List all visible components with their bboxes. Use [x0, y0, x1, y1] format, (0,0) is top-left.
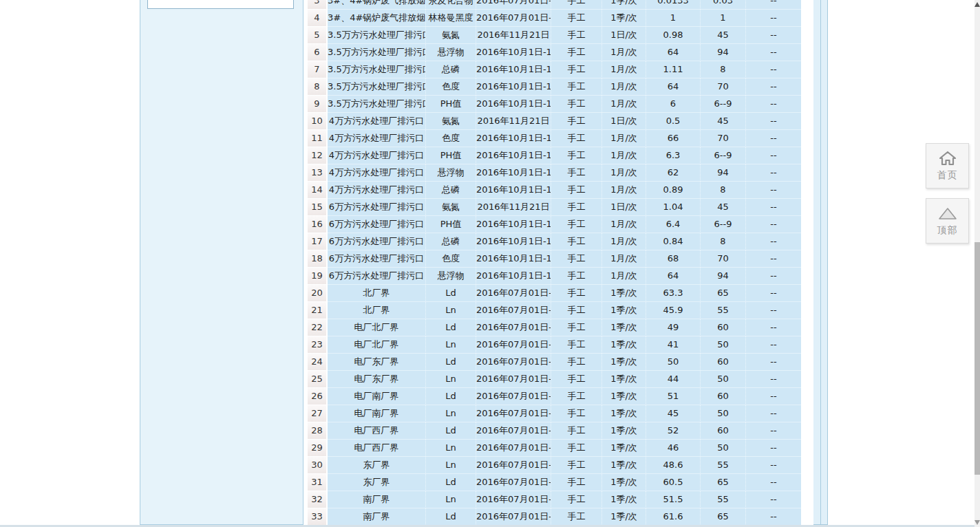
row-number-cell: 23 — [308, 336, 328, 354]
monitor-point-cell: 3.5万方污水处理厂排污口 — [328, 78, 426, 96]
pollutant-cell: Ld — [426, 422, 476, 440]
row-number-cell: 31 — [308, 474, 328, 491]
limit-cell: 0.03 — [701, 0, 746, 10]
remark-cell: -- — [746, 250, 801, 268]
arrow-up-icon — [938, 206, 957, 221]
table-row[interactable]: 33 南厂界 Ld 2016年07月01日-09 手工 1季/次 61.6 65… — [308, 508, 802, 526]
table-row[interactable]: 4 3#、4#锅炉废气排放烟道 林格曼黑度 2016年07月01日-09 手工 … — [308, 10, 802, 27]
scroll-up-arrow-icon[interactable] — [974, 2, 980, 7]
table-row[interactable]: 26 电厂南厂界 Ld 2016年07月01日-09 手工 1季/次 51 60… — [308, 388, 802, 405]
value-cell: 60.5 — [646, 474, 701, 491]
back-to-top-button[interactable]: 顶部 — [926, 198, 969, 244]
method-cell: 手工 — [551, 147, 602, 164]
table-row[interactable]: 30 东厂界 Ln 2016年07月01日-09 手工 1季/次 48.6 55… — [308, 457, 802, 474]
remark-cell: -- — [746, 147, 801, 164]
row-number-cell: 11 — [308, 130, 328, 147]
pollutant-cell: 悬浮物 — [426, 268, 476, 285]
table-row[interactable]: 22 电厂北厂界 Ld 2016年07月01日-09 手工 1季/次 49 60… — [308, 319, 802, 336]
table-row[interactable]: 28 电厂西厂界 Ld 2016年07月01日-09 手工 1季/次 52 60… — [308, 422, 802, 440]
limit-cell: 50 — [701, 405, 746, 422]
table-row[interactable]: 32 南厂界 Ln 2016年07月01日-09 手工 1季/次 51.5 55… — [308, 491, 802, 508]
date-cell: 2016年10月1日-10月 — [476, 250, 551, 268]
pollutant-cell: Ln — [426, 302, 476, 319]
date-cell: 2016年07月01日-09 — [476, 440, 551, 457]
remark-cell: -- — [746, 336, 801, 354]
table-row[interactable]: 5 3.5万方污水处理厂排污口 氨氮 2016年11月21日 手工 1日/次 0… — [308, 27, 802, 44]
vertical-scrollbar[interactable] — [974, 0, 980, 527]
table-row[interactable]: 19 6万方污水处理厂排污口 悬浮物 2016年10月1日-10月 手工 1月/… — [308, 268, 802, 285]
table-row[interactable]: 27 电厂南厂界 Ln 2016年07月01日-09 手工 1季/次 45 50… — [308, 405, 802, 422]
monitor-point-cell: 电厂西厂界 — [328, 440, 426, 457]
table-row[interactable]: 14 4万方污水处理厂排污口 总磷 2016年10月1日-10月 手工 1月/次… — [308, 182, 802, 199]
table-row[interactable]: 3 3#、4#锅炉废气排放烟道 汞及化合物 2016年07月01日-09 手工 … — [308, 0, 802, 10]
table-row[interactable]: 6 3.5万方污水处理厂排污口 悬浮物 2016年10月1日-10月 手工 1月… — [308, 44, 802, 61]
table-row[interactable]: 18 6万方污水处理厂排污口 色度 2016年10月1日-10月 手工 1月/次… — [308, 250, 802, 268]
frequency-cell: 1月/次 — [602, 130, 646, 147]
table-row[interactable]: 21 北厂界 Ln 2016年07月01日-09 手工 1季/次 45.9 55… — [308, 302, 802, 319]
row-number-cell: 22 — [308, 319, 328, 336]
limit-cell: 65 — [701, 474, 746, 491]
remark-cell: -- — [746, 182, 801, 199]
table-row[interactable]: 20 北厂界 Ld 2016年07月01日-09 手工 1季/次 63.3 65… — [308, 285, 802, 302]
date-cell: 2016年07月01日-09 — [476, 302, 551, 319]
table-row[interactable]: 7 3.5万方污水处理厂排污口 总磷 2016年10月1日-10月 手工 1月/… — [308, 61, 802, 78]
value-cell: 62 — [646, 164, 701, 182]
method-cell: 手工 — [551, 27, 602, 44]
frequency-cell: 1月/次 — [602, 233, 646, 250]
table-row[interactable]: 29 电厂西厂界 Ln 2016年07月01日-09 手工 1季/次 46 50… — [308, 440, 802, 457]
remark-cell: -- — [746, 216, 801, 233]
remark-cell: -- — [746, 354, 801, 371]
pollutant-cell: Ln — [426, 405, 476, 422]
frequency-cell: 1月/次 — [602, 268, 646, 285]
limit-cell: 70 — [701, 130, 746, 147]
value-cell: 45.9 — [646, 302, 701, 319]
date-cell: 2016年07月01日-09 — [476, 285, 551, 302]
date-cell: 2016年07月01日-09 — [476, 422, 551, 440]
table-row[interactable]: 13 4万方污水处理厂排污口 悬浮物 2016年10月1日-10月 手工 1月/… — [308, 164, 802, 182]
table-row[interactable]: 16 6万方污水处理厂排污口 PH值 2016年10月1日-10月 手工 1月/… — [308, 216, 802, 233]
row-number-cell: 29 — [308, 440, 328, 457]
scrollbar-thumb[interactable] — [974, 242, 980, 475]
table-row[interactable]: 17 6万方污水处理厂排污口 总磷 2016年10月1日-10月 手工 1月/次… — [308, 233, 802, 250]
value-cell: 44 — [646, 371, 701, 388]
pollutant-cell: 氨氮 — [426, 199, 476, 216]
monitor-point-cell: 6万方污水处理厂排污口 — [328, 199, 426, 216]
table-row[interactable]: 24 电厂东厂界 Ld 2016年07月01日-09 手工 1季/次 50 60… — [308, 354, 802, 371]
remark-cell: -- — [746, 164, 801, 182]
row-number-cell: 25 — [308, 371, 328, 388]
frequency-cell: 1月/次 — [602, 96, 646, 113]
frequency-cell: 1季/次 — [602, 491, 646, 508]
row-number-cell: 33 — [308, 508, 328, 526]
monitor-point-cell: 电厂北厂界 — [328, 336, 426, 354]
value-cell: 1 — [646, 10, 701, 27]
table-body: 3 3#、4#锅炉废气排放烟道 汞及化合物 2016年07月01日-09 手工 … — [308, 0, 802, 526]
table-row[interactable]: 12 4万方污水处理厂排污口 PH值 2016年10月1日-10月 手工 1月/… — [308, 147, 802, 164]
table-row[interactable]: 25 电厂东厂界 Ln 2016年07月01日-09 手工 1季/次 44 50… — [308, 371, 802, 388]
row-number-cell: 3 — [308, 0, 328, 10]
table-row[interactable]: 11 4万方污水处理厂排污口 色度 2016年10月1日-10月 手工 1月/次… — [308, 130, 802, 147]
row-number-cell: 9 — [308, 96, 328, 113]
table-row[interactable]: 15 6万方污水处理厂排污口 氨氮 2016年11月21日 手工 1日/次 1.… — [308, 199, 802, 216]
home-button[interactable]: 首页 — [926, 143, 969, 189]
table-row[interactable]: 31 东厂界 Ld 2016年07月01日-09 手工 1季/次 60.5 65… — [308, 474, 802, 491]
table-row[interactable]: 9 3.5万方污水处理厂排污口 PH值 2016年10月1日-10月 手工 1月… — [308, 96, 802, 113]
date-cell: 2016年07月01日-09 — [476, 388, 551, 405]
frequency-cell: 1季/次 — [602, 457, 646, 474]
limit-cell: 70 — [701, 78, 746, 96]
date-cell: 2016年07月01日-09 — [476, 457, 551, 474]
date-cell: 2016年07月01日-09 — [476, 319, 551, 336]
date-cell: 2016年07月01日-09 — [476, 371, 551, 388]
table-row[interactable]: 10 4万方污水处理厂排污口 氨氮 2016年11月21日 手工 1日/次 0.… — [308, 113, 802, 130]
frequency-cell: 1日/次 — [602, 199, 646, 216]
table-row[interactable]: 23 电厂北厂界 Ln 2016年07月01日-09 手工 1季/次 41 50… — [308, 336, 802, 354]
row-number-cell: 12 — [308, 147, 328, 164]
scroll-down-arrow-icon[interactable] — [974, 520, 980, 525]
limit-cell: 50 — [701, 371, 746, 388]
limit-cell: 65 — [701, 285, 746, 302]
limit-cell: 60 — [701, 422, 746, 440]
method-cell: 手工 — [551, 319, 602, 336]
table-row[interactable]: 8 3.5万方污水处理厂排污口 色度 2016年10月1日-10月 手工 1月/… — [308, 78, 802, 96]
row-number-cell: 17 — [308, 233, 328, 250]
remark-cell: -- — [746, 474, 801, 491]
content-right-border-strip — [813, 0, 828, 525]
